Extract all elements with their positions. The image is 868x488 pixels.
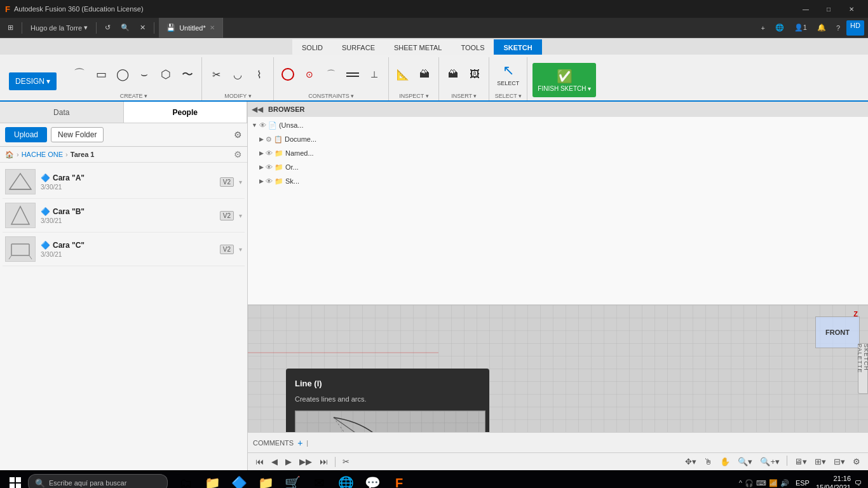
expand-icon-origin[interactable]: ▶ xyxy=(259,164,264,170)
zoom-button[interactable]: 🔍▾ xyxy=(735,456,755,468)
browser-row-origin[interactable]: ▶ 👁 📁 Or... xyxy=(249,160,867,174)
playback-prev-button[interactable]: ◀ xyxy=(269,456,280,468)
tab-sketch[interactable]: SKETCH xyxy=(494,39,541,55)
close-doc-button[interactable]: ✕ xyxy=(136,20,149,36)
help-button[interactable]: ? xyxy=(832,20,844,36)
design-dropdown-button[interactable]: DESIGN ▾ xyxy=(9,72,57,90)
playback-play-button[interactable]: ▶ xyxy=(283,456,294,468)
playback-next-button[interactable]: ▶▶ xyxy=(297,456,315,468)
fillet-button[interactable]: ◡ xyxy=(227,59,248,90)
line-tool-button[interactable]: ⌒ xyxy=(69,59,90,90)
viewcube-face-front[interactable]: FRONT xyxy=(815,316,860,348)
comments-add-button[interactable]: + xyxy=(297,438,302,448)
playback-end-button[interactable]: ⏭ xyxy=(317,456,330,468)
circle-tool-button[interactable]: ◯ xyxy=(112,59,133,90)
visibility-named[interactable]: 👁 xyxy=(266,149,273,157)
start-button[interactable] xyxy=(3,470,28,488)
select-button[interactable]: ↖ SELECT xyxy=(494,57,522,92)
sketch-palette-toggle[interactable]: SKETCH PALETTE xyxy=(858,343,868,394)
taskbar-app-file-manager[interactable]: 📁 xyxy=(253,470,278,488)
expand-icon-unsaved[interactable]: ▼ xyxy=(252,122,257,128)
zoom2-button[interactable]: 🔍+▾ xyxy=(757,456,782,468)
file-item-cara-a[interactable]: 🔷 Cara "A" 3/30/21 V2 ▾ xyxy=(3,165,245,199)
expand-icon-document[interactable]: ▶ xyxy=(259,136,264,142)
notifications-button[interactable]: 🔔 xyxy=(813,20,830,36)
refresh-button[interactable]: ↺ xyxy=(101,20,114,36)
expand-icon-named[interactable]: ▶ xyxy=(259,150,264,156)
equal-button[interactable] xyxy=(342,59,363,90)
finish-sketch-button[interactable]: ✅ FINISH SKETCH ▾ xyxy=(532,63,596,97)
orbit-button[interactable]: 🖱 xyxy=(702,456,715,468)
arc-tool-button[interactable]: ⌣ xyxy=(134,59,154,90)
tangent-button[interactable]: ⌒ xyxy=(321,59,341,90)
browser-row-unsaved[interactable]: ▼ 👁 📄 (Unsa... xyxy=(249,118,867,132)
breadcrumb-folder-settings[interactable]: ⚙ xyxy=(234,149,242,159)
insert-canvas-button[interactable]: 🖼 xyxy=(465,59,485,90)
version-badge-b[interactable]: V2 xyxy=(220,211,234,220)
polygon-tool-button[interactable]: ⬡ xyxy=(156,59,176,90)
version-arrow-c[interactable]: ▾ xyxy=(239,246,242,253)
modify-label[interactable]: MODIFY ▾ xyxy=(224,92,251,100)
upload-button[interactable]: Upload xyxy=(5,127,47,142)
taskbar-app-edge[interactable]: 🔷 xyxy=(226,470,252,488)
new-folder-button[interactable]: New Folder xyxy=(51,127,104,142)
rectangle-tool-button[interactable]: ▭ xyxy=(91,59,111,90)
browser-row-document[interactable]: ▶ ⚙ 📋 Docume... xyxy=(249,132,867,146)
file-item-cara-c[interactable]: 🔷 Cara "C" 3/30/21 V2 ▾ xyxy=(3,233,245,266)
grid-button[interactable]: ⊞▾ xyxy=(812,456,829,468)
spline-tool-button[interactable]: 〜 xyxy=(177,59,198,90)
user-menu-button[interactable]: Hugo de la Torre ▾ xyxy=(27,20,92,36)
zebra-button[interactable]: 🏔 xyxy=(414,59,435,90)
panel-settings-button[interactable]: ⚙ xyxy=(234,130,242,140)
taskbar-app-teams[interactable]: 💬 xyxy=(360,470,385,488)
visibility-unsaved[interactable]: 👁 xyxy=(259,121,266,129)
visibility-sketches[interactable]: 👁 xyxy=(266,177,273,185)
browser-row-named[interactable]: ▶ 👁 📁 Named... xyxy=(249,146,867,160)
version-arrow-b[interactable]: ▾ xyxy=(239,212,242,219)
apps-grid-button[interactable]: ⊞ xyxy=(4,20,17,36)
insert-label[interactable]: INSERT ▾ xyxy=(451,92,477,100)
close-button[interactable]: ✕ xyxy=(840,0,863,18)
breadcrumb-home[interactable]: 🏠 xyxy=(5,151,14,159)
pan-button[interactable]: ✥▾ xyxy=(682,456,699,468)
taskbar-app-task-view[interactable]: 🗂 xyxy=(173,470,198,488)
trim-button[interactable]: ✂ xyxy=(206,59,226,90)
pan2-button[interactable]: ✋ xyxy=(717,456,733,468)
viewport-button[interactable]: ⊟▾ xyxy=(831,456,848,468)
tab-data[interactable]: Data xyxy=(0,102,124,123)
constraints-label[interactable]: CONSTRAINTS ▾ xyxy=(308,92,354,100)
select-label[interactable]: SELECT ▾ xyxy=(495,92,522,100)
tab-solid[interactable]: SOLID xyxy=(292,39,332,55)
search-button[interactable]: 🔍 xyxy=(117,20,133,36)
time-display[interactable]: 21:16 15/04/2021 xyxy=(816,474,851,488)
insert-image-button[interactable]: 🏔 xyxy=(443,59,463,90)
new-tab-button[interactable]: + xyxy=(757,20,768,36)
measure-button[interactable]: 📐 xyxy=(393,59,413,90)
online-button[interactable]: 🌐 xyxy=(771,20,788,36)
version-badge-c[interactable]: V2 xyxy=(220,245,234,254)
account-button[interactable]: 👤1 xyxy=(790,20,811,36)
tab-sheet-metal[interactable]: SHEET METAL xyxy=(384,39,451,55)
capture-button[interactable]: ✂ xyxy=(340,456,352,468)
taskbar-app-fusion[interactable]: F xyxy=(386,470,412,488)
browser-row-sketches[interactable]: ▶ 👁 📁 Sk... xyxy=(249,174,867,188)
collinear-button[interactable]: ⊙ xyxy=(299,59,320,90)
offset-button[interactable]: ⌇ xyxy=(249,59,269,90)
visibility-origin[interactable]: 👁 xyxy=(266,163,273,171)
document-tab[interactable]: 💾 Untitled* ✕ xyxy=(159,18,223,38)
visibility-document[interactable]: ⚙ xyxy=(266,135,272,144)
midpoint-button[interactable]: ⊥ xyxy=(364,59,384,90)
playback-start-button[interactable]: ⏮ xyxy=(253,456,266,468)
tab-tools[interactable]: TOOLS xyxy=(451,39,494,55)
taskbar-app-explorer[interactable]: 📁 xyxy=(200,470,225,488)
version-arrow-a[interactable]: ▾ xyxy=(239,179,242,186)
tray-chevron[interactable]: ^ xyxy=(739,479,742,487)
create-label[interactable]: CREATE ▾ xyxy=(120,92,147,100)
tab-close-icon[interactable]: ✕ xyxy=(210,24,215,31)
timeline-settings[interactable]: ⚙ xyxy=(850,456,863,468)
breadcrumb-hache-one[interactable]: HACHE ONE xyxy=(22,151,63,158)
viewcube[interactable]: Z FRONT X xyxy=(812,310,863,361)
nav-back-button[interactable]: ◀◀ xyxy=(252,105,263,114)
taskbar-search[interactable]: 🔍 Escribe aquí para buscar xyxy=(28,474,168,488)
language-indicator[interactable]: ESP xyxy=(793,479,812,487)
